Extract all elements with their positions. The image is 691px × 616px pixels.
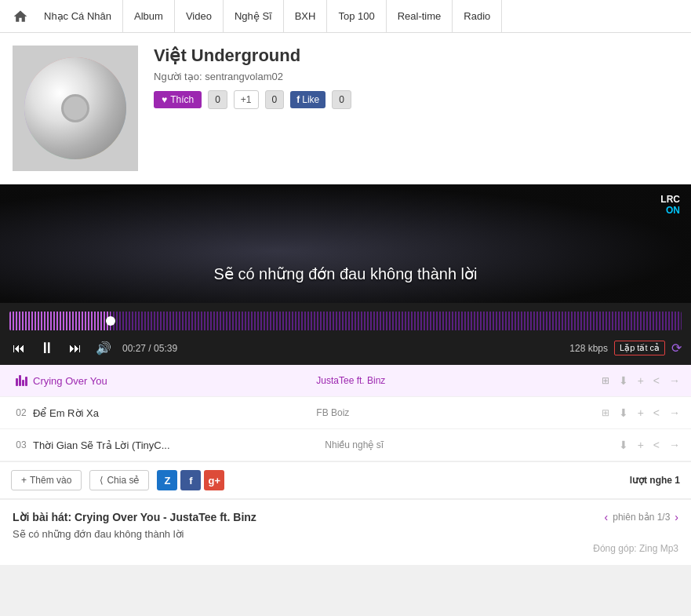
facebook-like-button[interactable]: f Like — [290, 91, 325, 108]
more-button[interactable]: → — [667, 405, 682, 421]
track-list: Crying Over You JustaTee ft. Binz ⊞ ⬇ + … — [0, 365, 691, 461]
like-count: 0 — [208, 90, 227, 109]
play-count: lượt nghe 1 — [630, 475, 680, 486]
nav-radio[interactable]: Radio — [453, 0, 502, 33]
pause-button[interactable]: ⏸ — [36, 337, 58, 359]
track-number — [9, 375, 33, 386]
share-button[interactable]: < — [652, 405, 661, 421]
track-actions: ⬇ + < → — [617, 437, 682, 453]
track-row[interactable]: 02 Để Em Rời Xa FB Boiz ⊞ ⬇ + < → — [0, 397, 691, 429]
more-button[interactable]: → — [667, 373, 682, 388]
lyrics-section: Lời bài hát: Crying Over You - JustaTee … — [0, 499, 691, 565]
nav-album[interactable]: Album — [123, 0, 175, 33]
heart-icon: ♥ — [162, 94, 167, 105]
add-to-playlist-button[interactable]: + Thêm vào — [11, 470, 82, 490]
lrc-badge: LRC ON — [660, 194, 680, 216]
plus-icon: + — [21, 475, 27, 486]
nav-top100[interactable]: Top 100 — [327, 0, 386, 33]
track-name[interactable]: Crying Over You — [33, 375, 316, 387]
more-button[interactable]: → — [667, 437, 682, 453]
add-button[interactable]: + — [636, 405, 646, 421]
zing-share-button[interactable]: Z — [157, 470, 177, 490]
progress-handle[interactable] — [106, 316, 115, 326]
track-row[interactable]: 03 Thời Gian Sẽ Trả Lời (TinyC... Nhiều … — [0, 429, 691, 461]
share-playlist-button[interactable]: ⟨ Chia sẻ — [89, 470, 149, 490]
track-number: 02 — [9, 407, 33, 418]
download-button[interactable]: ⬇ — [617, 373, 630, 388]
download-button[interactable]: ⬇ — [617, 437, 630, 453]
progress-fill — [9, 312, 111, 330]
add-button[interactable]: + — [636, 373, 646, 388]
track-actions: ⊞ ⬇ + < → — [600, 373, 682, 388]
lrc-label: LRC — [660, 194, 680, 205]
progress-bar[interactable] — [9, 312, 682, 330]
playlist-title: Việt Underground — [154, 46, 678, 66]
mv-button[interactable]: ⊞ — [600, 374, 611, 388]
nav-video[interactable]: Video — [175, 0, 224, 33]
nav-realtime[interactable]: Real-time — [387, 0, 453, 33]
footer-bar: + Thêm vào ⟨ Chia sẻ Z f g+ lượt nghe 1 — [0, 461, 691, 499]
track-row[interactable]: Crying Over You JustaTee ft. Binz ⊞ ⬇ + … — [0, 365, 691, 397]
repeat-all-button[interactable]: Lặp tất cả — [614, 341, 665, 355]
player-controls: ⏮ ⏸ ⏭ 🔊 00:27 / 05:39 128 kbps Lặp tất c… — [0, 303, 691, 365]
volume-button[interactable]: 🔊 — [93, 339, 115, 357]
lyrics-nav: ‹ phiên bản 1/3 › — [605, 511, 678, 523]
share-button[interactable]: < — [652, 437, 661, 453]
download-button[interactable]: ⬇ — [617, 405, 630, 421]
lyrics-prev-button[interactable]: ‹ — [605, 511, 609, 523]
navigation: Nhạc Cá Nhân Album Video Nghệ Sĩ BXH Top… — [0, 0, 691, 33]
nav-nghe-si[interactable]: Nghệ Sĩ — [224, 0, 284, 33]
time-display: 00:27 / 05:39 — [122, 343, 177, 354]
playlist-info: Việt Underground Người tạo: sentrangvola… — [154, 46, 678, 109]
repeat-icon[interactable]: ⟳ — [671, 341, 682, 355]
repeat-section: 128 kbps Lặp tất cả ⟳ — [569, 341, 682, 355]
track-name[interactable]: Thời Gian Sẽ Trả Lời (TinyC... — [33, 439, 325, 451]
kbps-label: 128 kbps — [569, 343, 608, 354]
playlist-creator: Người tạo: sentrangvolam02 — [154, 71, 678, 82]
lyrics-source: Đóng góp: Zing Mp3 — [13, 543, 678, 554]
lrc-status: ON — [660, 205, 680, 216]
share-button[interactable]: < — [652, 373, 661, 388]
gplus-count: 0 — [265, 90, 285, 109]
playlist-header: Việt Underground Người tạo: sentrangvola… — [0, 33, 691, 184]
lyrics-display: Sẽ có những đớn đau không thành lời — [214, 264, 478, 283]
lyrics-body: Sẽ có những đớn đau không thành lời — [13, 528, 678, 540]
album-art — [13, 46, 138, 171]
mv-button[interactable]: ⊞ — [600, 406, 611, 420]
next-button[interactable]: ⏭ — [66, 340, 85, 357]
lyrics-next-button[interactable]: › — [675, 511, 678, 523]
equalizer-icon — [16, 375, 27, 386]
facebook-share-button[interactable]: f — [180, 470, 201, 490]
nav-bxh[interactable]: BXH — [284, 0, 328, 33]
waveform[interactable] — [9, 309, 682, 333]
share-icons: Z f g+ — [157, 470, 224, 490]
home-button[interactable] — [8, 4, 33, 29]
nav-nhac-ca-nhan[interactable]: Nhạc Cá Nhân — [33, 0, 123, 33]
track-name[interactable]: Để Em Rời Xa — [33, 407, 316, 419]
gplus-share-button[interactable]: g+ — [204, 470, 224, 490]
lyrics-header: Lời bài hát: Crying Over You - JustaTee … — [13, 511, 678, 523]
track-artist[interactable]: FB Boiz — [316, 407, 599, 418]
track-artist[interactable]: Nhiều nghệ sĩ — [325, 439, 616, 450]
fb-count: 0 — [332, 90, 351, 109]
track-number: 03 — [9, 439, 33, 450]
music-player: LRC ON Sẽ có những đớn đau không thành l… — [0, 184, 691, 365]
like-button[interactable]: ♥ Thích — [154, 91, 202, 108]
fb-icon: f — [296, 94, 300, 105]
controls-row: ⏮ ⏸ ⏭ 🔊 00:27 / 05:39 128 kbps Lặp tất c… — [9, 337, 682, 359]
track-actions: ⊞ ⬇ + < → — [600, 405, 682, 421]
add-button[interactable]: + — [636, 437, 646, 453]
share-icon: ⟨ — [100, 475, 104, 486]
action-buttons: ♥ Thích 0 +1 0 f Like 0 — [154, 90, 678, 109]
lyrics-title: Lời bài hát: Crying Over You - JustaTee … — [13, 511, 256, 523]
prev-button[interactable]: ⏮ — [9, 340, 28, 357]
gplus-button[interactable]: +1 — [234, 90, 259, 109]
lyrics-version: phiên bản 1/3 — [613, 512, 670, 523]
track-artist[interactable]: JustaTee ft. Binz — [316, 375, 599, 386]
